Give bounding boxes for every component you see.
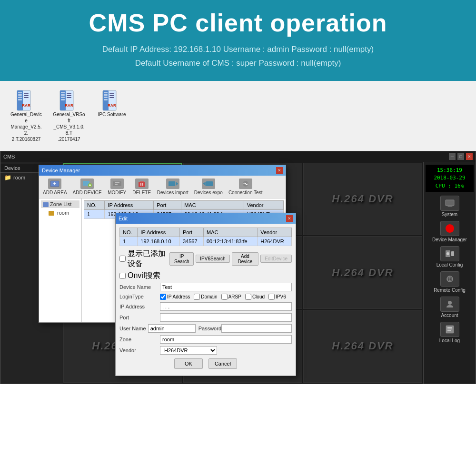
svg-point-39 (448, 301, 452, 305)
col-port: Port (154, 200, 181, 209)
onvif-checkbox[interactable] (119, 273, 126, 279)
port-row: Port (119, 313, 292, 322)
radio-cloud[interactable]: Cloud (245, 294, 265, 300)
radio-domain[interactable]: Domain (194, 294, 217, 300)
minimize-button[interactable]: ─ (449, 153, 456, 160)
svg-rect-22 (104, 92, 108, 93)
vendor-select[interactable]: H264DVR (160, 346, 217, 355)
devices-import-button[interactable]: Devices import (157, 178, 188, 195)
dm-zone-panel: Zone List room (39, 198, 82, 322)
local-config-button[interactable]: Local Config (428, 246, 471, 268)
dm-title: Device Manager (42, 168, 80, 173)
ipv6-search-button[interactable]: IPV6Search (196, 255, 229, 263)
search-options-row: 显示已添加设备 IP Search IPV6Search Add Device … (119, 249, 292, 269)
device-manager-button[interactable]: Device Manager (428, 221, 471, 242)
edit-title: Edit (119, 216, 128, 221)
video-cell-3[interactable]: H.264 DVR (303, 163, 422, 236)
add-area-button[interactable]: ADD AREA (43, 178, 67, 195)
svg-rect-26 (109, 93, 114, 94)
ip-address-input[interactable] (160, 302, 292, 311)
edit-close-button[interactable]: ✕ (286, 215, 293, 222)
edit-content: NO. IP Address Port MAC Vendor 1 192.168… (116, 224, 296, 376)
time-display: 15:36:19 2018-03-29 CPU : 16% (426, 165, 474, 192)
devices-export-button[interactable]: Devices expo (194, 178, 223, 195)
svg-rect-16 (67, 93, 71, 94)
devices-import-icon (166, 178, 179, 189)
connection-test-label: Connection Test (228, 190, 263, 195)
cancel-button[interactable]: Cancel (208, 358, 237, 369)
icon-label-1: General_DeviceManage_V2.5.2.2.T.20160827 (10, 111, 43, 142)
page-title: CMS PC client operation (14, 9, 462, 37)
maximize-button[interactable]: □ (457, 153, 464, 160)
port-input[interactable] (160, 313, 292, 322)
delete-button[interactable]: DELETE (132, 178, 151, 195)
add-device-button[interactable]: ADD DEVICE (73, 178, 102, 195)
ip-address-label: IP Address (119, 304, 160, 309)
port-label: Port (119, 315, 160, 320)
svg-rect-30 (446, 200, 454, 206)
svg-rect-59 (206, 181, 213, 186)
zone-input[interactable] (160, 335, 292, 344)
local-log-button[interactable]: Local Log (428, 322, 471, 343)
radio-arsp[interactable]: ARSP (221, 294, 241, 300)
radio-ipv6[interactable]: IPV6 (268, 294, 286, 300)
desktop-icon-general-device[interactable]: RAR General_DeviceManage_V2.5.2.2.T.2016… (10, 89, 43, 142)
dialog-buttons: OK Cancel (119, 358, 292, 372)
ok-button[interactable]: OK (174, 358, 203, 369)
system-button[interactable]: System (428, 196, 471, 217)
device-manager-label: Device Manager (432, 237, 467, 242)
radio-ip-address[interactable]: IP Address (160, 294, 190, 300)
svg-rect-8 (24, 97, 29, 98)
edit-device-button[interactable]: EditDevice (260, 255, 292, 263)
zone-row: Zone (119, 335, 292, 344)
svg-rect-25 (104, 99, 108, 100)
modify-button[interactable]: MODIFY (108, 178, 127, 195)
dm-close-button[interactable]: ✕ (276, 167, 283, 174)
login-type-options: IP Address Domain ARSP Cloud IPV6 (160, 294, 292, 300)
password-input[interactable] (221, 324, 292, 333)
close-button[interactable]: ✕ (466, 153, 473, 160)
zone-item-room[interactable]: room (41, 209, 79, 217)
add-device-search-button[interactable]: Add Device (232, 252, 259, 266)
ip-search-button[interactable]: IP Search (169, 252, 194, 266)
svg-rect-13 (61, 94, 65, 96)
window-buttons: ─ □ ✕ (449, 153, 473, 160)
add-area-icon (48, 178, 61, 189)
svg-rect-17 (67, 95, 71, 96)
zone-label: Zone (119, 337, 160, 342)
dm-window-buttons: ✕ (276, 167, 283, 174)
date-value: 2018-03-29 (428, 174, 471, 182)
edit-titlebar: Edit ✕ (116, 213, 296, 224)
col-mac: MAC (181, 200, 244, 209)
desktop-icon-vrssoft[interactable]: RAR General_VRSoft_CMS_V3.1.0.8.T.201704… (52, 89, 86, 142)
time-value: 15:36:19 (428, 167, 471, 175)
info-line1: Default IP Address: 192.168.1.10 Usernam… (14, 43, 462, 70)
devices-export-label: Devices expo (194, 190, 223, 195)
folder-icon: 📁 (4, 174, 11, 181)
onvif-label: Onvif搜索 (128, 271, 160, 281)
video-cell-9[interactable]: H.264 DVR (303, 310, 422, 383)
account-button[interactable]: Account (428, 297, 471, 318)
dm-titlebar: Device Manager ✕ (39, 165, 286, 176)
login-type-label: LoginType (119, 294, 160, 299)
zone-list-header: Zone List (41, 200, 79, 208)
username-input[interactable] (148, 324, 196, 333)
delete-icon (135, 178, 149, 189)
svg-rect-23 (104, 94, 108, 96)
header-banner: CMS PC client operation Default IP Addre… (0, 0, 476, 81)
edit-table-row[interactable]: 1 192.168.0.10 34567 00:12:13:41:83:fe H… (120, 237, 292, 246)
connection-test-button[interactable]: Connection Test (228, 178, 263, 195)
device-name-input[interactable] (160, 283, 292, 291)
remote-config-button[interactable]: Remote Config (428, 271, 471, 293)
vendor-row: Vendor H264DVR (119, 346, 292, 355)
username-label: User Name (119, 326, 148, 331)
video-cell-6[interactable]: H.264 DVR (303, 236, 422, 309)
cms-window: CMS ─ □ ✕ Device 📁 room H.264 DVR H.264 … (0, 151, 476, 384)
local-log-label: Local Log (439, 338, 460, 343)
svg-rect-32 (447, 207, 453, 207)
desktop-area: RAR General_DeviceManage_V2.5.2.2.T.2016… (0, 81, 476, 151)
desktop-icon-ipc[interactable]: RAR IPC Software (95, 89, 129, 118)
show-added-checkbox[interactable] (119, 256, 126, 262)
icon-label-2: General_VRSoft_CMS_V3.1.0.8.T.20170417 (52, 111, 86, 142)
svg-rect-27 (109, 95, 114, 96)
